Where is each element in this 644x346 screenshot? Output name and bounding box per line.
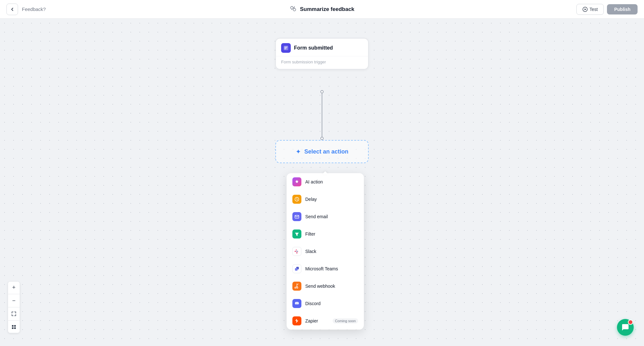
ai-action-label: AI action: [305, 179, 358, 184]
chat-button[interactable]: [617, 319, 634, 336]
svg-rect-10: [14, 327, 16, 329]
select-action-text: Select an action: [304, 148, 348, 155]
filter-icon: [292, 229, 301, 238]
connector-dot-bottom: [320, 137, 324, 140]
slack-label: Slack: [305, 249, 358, 254]
send-webhook-icon: [292, 282, 301, 291]
form-node-title: Form submitted: [294, 45, 333, 51]
action-dropdown: AI actionDelaySend emailFilterSlackMicro…: [287, 173, 364, 330]
test-button[interactable]: Test: [576, 4, 604, 15]
select-action-box[interactable]: ✦ Select an action: [275, 140, 369, 163]
svg-rect-6: [295, 268, 298, 271]
select-action-node[interactable]: ✦ Select an action: [275, 140, 369, 163]
delay-label: Delay: [305, 197, 358, 202]
action-item-slack[interactable]: Slack: [287, 243, 364, 260]
expand-button[interactable]: [8, 308, 20, 320]
dropdown-triangle: [322, 171, 328, 174]
header-left: Feedback?: [6, 4, 46, 15]
form-node-header: Form submitted: [276, 39, 368, 56]
form-submitted-node[interactable]: Form submitted Form submission trigger: [275, 38, 369, 70]
svg-rect-7: [12, 325, 14, 327]
discord-icon: [292, 299, 301, 308]
header: Feedback? Summarize feedback Test Publis…: [0, 0, 644, 19]
zapier-label: Zapier: [305, 318, 329, 323]
chat-notification-badge: [628, 320, 633, 325]
workflow-icon: [289, 5, 297, 14]
grid-button[interactable]: [8, 321, 20, 333]
publish-button[interactable]: Publish: [607, 4, 638, 14]
connector-dot-top: [320, 90, 324, 93]
connector-line: [322, 90, 322, 140]
delay-icon: [292, 195, 301, 204]
cursor-icon: ✦: [296, 148, 301, 155]
workflow-canvas: Form submitted Form submission trigger ✦…: [0, 19, 644, 346]
header-center: Summarize feedback: [289, 5, 354, 14]
filter-label: Filter: [305, 231, 358, 237]
form-node-icon: [281, 43, 291, 53]
zoom-controls: + −: [8, 281, 20, 333]
action-item-send-email[interactable]: Send email: [287, 208, 364, 225]
ai-action-icon: [292, 177, 301, 186]
form-node-subtitle: Form submission trigger: [276, 56, 368, 69]
coming-soon-badge: Coming soon: [333, 318, 358, 323]
zoom-divider-2: [8, 307, 20, 307]
zoom-in-button[interactable]: +: [8, 282, 20, 293]
send-email-icon: [292, 212, 301, 221]
action-item-send-webhook[interactable]: Send webhook: [287, 277, 364, 295]
action-item-filter[interactable]: Filter: [287, 225, 364, 243]
breadcrumb: Feedback?: [22, 6, 46, 12]
zapier-icon: [292, 316, 301, 325]
zoom-divider: [8, 294, 20, 294]
svg-marker-1: [584, 8, 586, 10]
action-item-zapier[interactable]: ZapierComing soon: [287, 312, 364, 330]
zoom-divider-3: [8, 320, 20, 321]
send-webhook-label: Send webhook: [305, 284, 358, 289]
zoom-out-button[interactable]: −: [8, 295, 20, 306]
action-item-ai-action[interactable]: AI action: [287, 173, 364, 191]
action-item-delay[interactable]: Delay: [287, 191, 364, 208]
action-item-discord[interactable]: Discord: [287, 295, 364, 312]
back-button[interactable]: [6, 4, 18, 15]
slack-icon: [292, 247, 301, 256]
microsoft-teams-icon: [292, 264, 301, 273]
microsoft-teams-label: Microsoft Teams: [305, 266, 358, 271]
discord-label: Discord: [305, 301, 358, 306]
header-right: Test Publish: [576, 4, 638, 15]
action-item-microsoft-teams[interactable]: Microsoft Teams: [287, 260, 364, 277]
svg-rect-9: [12, 327, 14, 329]
send-email-label: Send email: [305, 214, 358, 219]
svg-rect-8: [14, 325, 16, 327]
page-title: Summarize feedback: [300, 6, 354, 13]
